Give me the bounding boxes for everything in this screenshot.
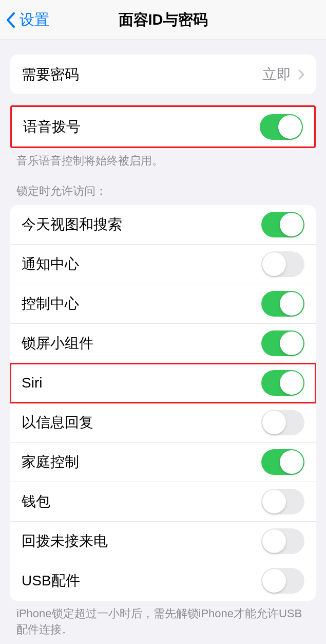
toggle-knob bbox=[262, 490, 286, 513]
header: 设置 面容ID与密码 bbox=[0, 0, 326, 40]
chevron-left-icon bbox=[6, 12, 15, 28]
lock-access-footer: iPhone锁定超过一小时后，需先解锁iPhone才能允许USB配件连接。 bbox=[0, 601, 326, 638]
require-passcode-row[interactable]: 需要密码 立即 bbox=[10, 54, 316, 94]
toggle-knob bbox=[280, 371, 303, 395]
lock-access-row: 控制中心 bbox=[10, 284, 316, 324]
lock-access-group: 今天视图和搜索通知中心控制中心锁屏小组件Siri以信息回复家庭控制钱包回拨未接来… bbox=[10, 205, 316, 601]
toggle-knob bbox=[280, 332, 303, 355]
voice-dial-group: 语音拨号 bbox=[10, 105, 316, 148]
lock-access-row: 家庭控制 bbox=[10, 443, 316, 482]
lock-access-row: 今天视图和搜索 bbox=[10, 205, 316, 245]
lock-access-item-label: 以信息回复 bbox=[22, 413, 93, 432]
lock-access-toggle[interactable] bbox=[261, 489, 304, 514]
require-passcode-value-text: 立即 bbox=[262, 65, 291, 84]
lock-access-row: USB配件 bbox=[10, 561, 316, 601]
lock-access-header: 锁定时允许访问： bbox=[0, 169, 326, 203]
lock-access-item-label: 通知中心 bbox=[22, 254, 79, 274]
chevron-right-icon bbox=[298, 69, 304, 80]
lock-access-row: 通知中心 bbox=[10, 245, 316, 284]
lock-access-toggle[interactable] bbox=[261, 212, 304, 237]
lock-access-item-label: 控制中心 bbox=[22, 294, 79, 314]
voice-dial-row: 语音拨号 bbox=[12, 107, 314, 146]
lock-access-row: 锁屏小组件 bbox=[10, 324, 316, 363]
lock-access-item-label: 回拨未接来电 bbox=[22, 531, 108, 551]
lock-access-toggle[interactable] bbox=[261, 568, 304, 594]
back-button[interactable]: 设置 bbox=[0, 10, 49, 30]
toggle-knob bbox=[278, 115, 302, 139]
voice-dial-label: 语音拨号 bbox=[23, 117, 81, 137]
lock-access-toggle[interactable] bbox=[261, 370, 304, 396]
toggle-knob bbox=[262, 529, 286, 553]
toggle-knob bbox=[280, 292, 303, 316]
lock-access-item-label: 钱包 bbox=[22, 492, 50, 511]
lock-access-toggle[interactable] bbox=[261, 291, 304, 317]
lock-access-row: 回拨未接来电 bbox=[10, 522, 316, 561]
toggle-knob bbox=[262, 252, 286, 276]
lock-access-toggle[interactable] bbox=[261, 410, 304, 435]
toggle-knob bbox=[262, 569, 286, 593]
lock-access-row: 以信息回复 bbox=[10, 403, 316, 443]
content: 需要密码 立即 语音拨号 音乐语音控制将始终被启用。 锁定时允许访问： 今天视图… bbox=[0, 54, 326, 637]
lock-access-item-label: 锁屏小组件 bbox=[22, 334, 93, 353]
page-title: 面容ID与密码 bbox=[119, 10, 208, 30]
require-passcode-label: 需要密码 bbox=[22, 65, 79, 84]
lock-access-toggle[interactable] bbox=[261, 330, 304, 356]
voice-dial-footer: 音乐语音控制将始终被启用。 bbox=[0, 148, 326, 169]
lock-access-item-label: 家庭控制 bbox=[22, 452, 79, 472]
back-label: 设置 bbox=[20, 10, 49, 30]
lock-access-toggle[interactable] bbox=[261, 528, 304, 554]
toggle-knob bbox=[280, 450, 303, 474]
lock-access-toggle[interactable] bbox=[261, 251, 304, 277]
lock-access-row: 钱包 bbox=[10, 482, 316, 522]
require-passcode-value: 立即 bbox=[262, 65, 304, 84]
lock-access-row: Siri bbox=[10, 363, 316, 403]
passcode-group: 需要密码 立即 bbox=[10, 54, 316, 94]
lock-access-item-label: Siri bbox=[22, 375, 42, 391]
toggle-knob bbox=[280, 213, 303, 236]
lock-access-toggle[interactable] bbox=[261, 449, 304, 475]
toggle-knob bbox=[262, 411, 286, 434]
lock-access-item-label: USB配件 bbox=[22, 571, 80, 591]
voice-dial-toggle[interactable] bbox=[260, 114, 303, 140]
lock-access-item-label: 今天视图和搜索 bbox=[22, 215, 122, 234]
